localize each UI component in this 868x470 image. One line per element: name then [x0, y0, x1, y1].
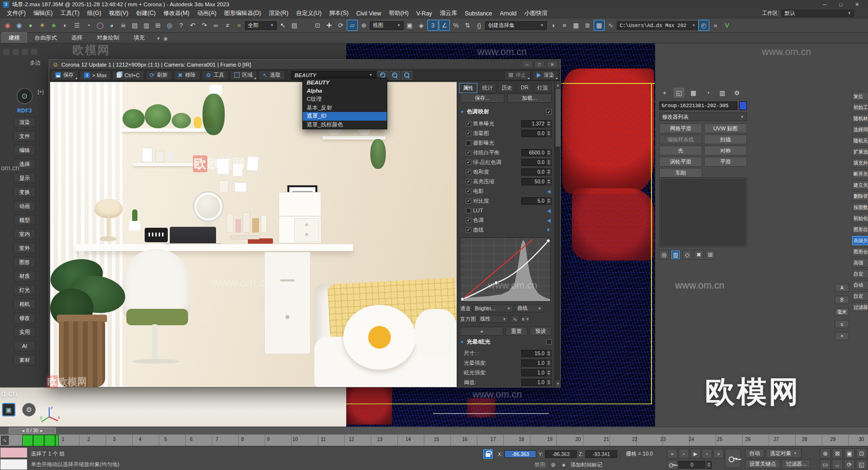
- sidebar-item[interactable]: 室内: [14, 229, 36, 239]
- menu-item[interactable]: Substance: [461, 9, 496, 18]
- row-checkbox[interactable]: [466, 169, 471, 175]
- use-center-icon[interactable]: ▣: [404, 20, 415, 31]
- workspace-combo[interactable]: 默认▼: [782, 10, 854, 17]
- menu-item[interactable]: 溜云库: [436, 8, 461, 18]
- sidebar-item[interactable]: 图形: [14, 257, 36, 267]
- maximize-viewport-icon[interactable]: ◱: [856, 459, 867, 470]
- scrollbar-thumb[interactable]: [556, 89, 560, 147]
- save-config-button[interactable]: 保存...: [460, 94, 504, 103]
- zoom-region-icon[interactable]: ▭: [820, 459, 831, 470]
- row-checkbox[interactable]: [466, 140, 471, 146]
- sidebar-item[interactable]: 动画: [14, 201, 36, 211]
- mini-strip-button[interactable]: A: [835, 284, 849, 292]
- snaps-toggle-icon[interactable]: 3: [427, 20, 438, 31]
- menu-item[interactable]: 修改器(M): [160, 8, 193, 18]
- light-icon[interactable]: ●: [25, 20, 36, 31]
- modifier-button[interactable]: 平滑: [704, 157, 747, 166]
- preset-button[interactable]: 预设: [529, 327, 552, 336]
- zoom-extents-icon[interactable]: ▣: [844, 448, 855, 458]
- right-strip-button[interactable]: 按面数材: [852, 203, 868, 212]
- send-to-max-button[interactable]: 3> Max: [80, 70, 111, 80]
- drag-handle-icon[interactable]: ⋮: [460, 160, 464, 165]
- row-checkbox[interactable]: [466, 160, 471, 165]
- ribbon-tab[interactable]: 选择: [65, 33, 89, 43]
- value-spinner[interactable]: 0.0: [521, 130, 552, 137]
- vfb-tab[interactable]: 统计: [478, 83, 497, 93]
- ribbon-tab[interactable]: 填充: [127, 33, 151, 43]
- sun-icon[interactable]: ☀: [37, 20, 48, 31]
- menu-item[interactable]: 编辑(E): [29, 8, 56, 18]
- drag-handle-icon[interactable]: ⋮: [460, 151, 464, 155]
- drag-handle-icon[interactable]: ⋮: [460, 170, 464, 174]
- value-spinner[interactable]: 6500.0: [521, 149, 552, 156]
- right-strip-button[interactable]: 高强: [852, 258, 868, 267]
- modifier-button[interactable]: 车削: [659, 168, 702, 178]
- rect-region-icon[interactable]: [300, 20, 312, 31]
- y-coord-field[interactable]: -86.363: [545, 450, 577, 458]
- modifier-button[interactable]: 扫描: [704, 135, 747, 144]
- stop-render-button[interactable]: 停止: [504, 70, 530, 80]
- row-checkbox[interactable]: [466, 121, 471, 126]
- menu-item[interactable]: Arnold: [496, 9, 521, 18]
- current-frame-field[interactable]: 0: [678, 461, 705, 469]
- auto-key-button[interactable]: 自动: [745, 449, 764, 458]
- set-key-mode-button[interactable]: 设置关键点: [745, 459, 780, 469]
- modifier-button[interactable]: 对称: [704, 146, 747, 155]
- modifier-stack-list[interactable]: [659, 178, 747, 247]
- right-strip-button[interactable]: 图形自连: [852, 225, 868, 234]
- value-spinner[interactable]: 5.0: [521, 197, 552, 205]
- menu-item[interactable]: 脚本(S): [326, 8, 353, 18]
- sidebar-item[interactable]: 灯光: [14, 285, 36, 295]
- sidebar-item[interactable]: 渲染: [14, 117, 36, 127]
- sidebar-item[interactable]: 修改: [14, 313, 36, 323]
- mini-strip-button[interactable]: B: [835, 296, 849, 304]
- skull-icon[interactable]: ☠: [118, 20, 129, 31]
- menu-item[interactable]: 自定义(U): [292, 8, 326, 18]
- drag-handle-icon[interactable]: ⋮: [460, 180, 464, 184]
- reference-coordinate-combo[interactable]: 视图▼: [370, 21, 404, 30]
- dropdown-item[interactable]: 遮罩_线框颜色: [303, 121, 387, 129]
- maxscript-mini-listener[interactable]: [0, 459, 27, 470]
- toolbar-overflow-icon[interactable]: »: [710, 20, 721, 31]
- expand-left-icon[interactable]: ◀: [547, 189, 551, 194]
- modifier-list-dropdown[interactable]: 修改器列表▼: [659, 112, 747, 121]
- drag-handle-icon[interactable]: ⋮: [460, 141, 464, 145]
- bind-to-spacewarp-icon[interactable]: ≈: [233, 20, 244, 31]
- zoom-extents-all-icon[interactable]: ⊡: [856, 448, 867, 458]
- z-coord-field[interactable]: -93.341: [585, 450, 617, 458]
- ribbon-icon[interactable]: [21, 48, 28, 55]
- character-icon[interactable]: ◔: [83, 20, 94, 31]
- viewport-corner-menu[interactable]: [+]: [38, 89, 44, 95]
- right-strip-button[interactable]: 断开关联: [852, 169, 868, 179]
- menu-item[interactable]: 组(G): [83, 8, 105, 18]
- select-move-icon[interactable]: ✚: [324, 20, 335, 31]
- ribbon-pin-icon[interactable]: ▣: [163, 36, 168, 41]
- selected-filter-combo[interactable]: 选定对象▼: [766, 449, 801, 458]
- set-key-button[interactable]: [725, 449, 741, 468]
- right-strip-button[interactable]: 初始化操: [852, 214, 868, 223]
- drag-handle-icon[interactable]: ⋮: [460, 228, 464, 232]
- close-icon[interactable]: ✕: [547, 61, 557, 68]
- percent-snap-icon[interactable]: %: [450, 20, 461, 31]
- teapot-render-icon[interactable]: ◉: [2, 20, 13, 31]
- menu-item[interactable]: 帮助(H): [385, 8, 412, 18]
- value-spinner[interactable]: 1.0: [521, 379, 552, 386]
- motion-tab-icon[interactable]: ◔: [703, 88, 713, 97]
- row-checkbox[interactable]: [466, 208, 471, 213]
- mirror-icon[interactable]: ◑: [547, 20, 558, 31]
- ribbon-icon[interactable]: [12, 48, 19, 55]
- sphere-icon[interactable]: ◕: [106, 20, 117, 31]
- zoom-all-icon[interactable]: ⊠: [832, 448, 843, 458]
- angle-snap-icon[interactable]: ∠: [439, 20, 450, 31]
- frame-spinner[interactable]: [706, 461, 712, 469]
- menu-item[interactable]: 视图(V): [105, 8, 132, 18]
- sidebar-item[interactable]: 显示: [14, 173, 36, 183]
- select-place-icon[interactable]: ⊕: [358, 20, 369, 31]
- right-strip-button[interactable]: 建立关联: [852, 180, 868, 190]
- right-strip-button[interactable]: 复位: [852, 92, 868, 101]
- select-scale-icon[interactable]: ▱: [347, 20, 358, 31]
- curve-editor[interactable]: [460, 237, 551, 302]
- macro-recorder-field[interactable]: [0, 447, 27, 458]
- drag-handle-icon[interactable]: ⋮: [460, 218, 464, 222]
- rendered-image[interactable]: [50, 82, 457, 387]
